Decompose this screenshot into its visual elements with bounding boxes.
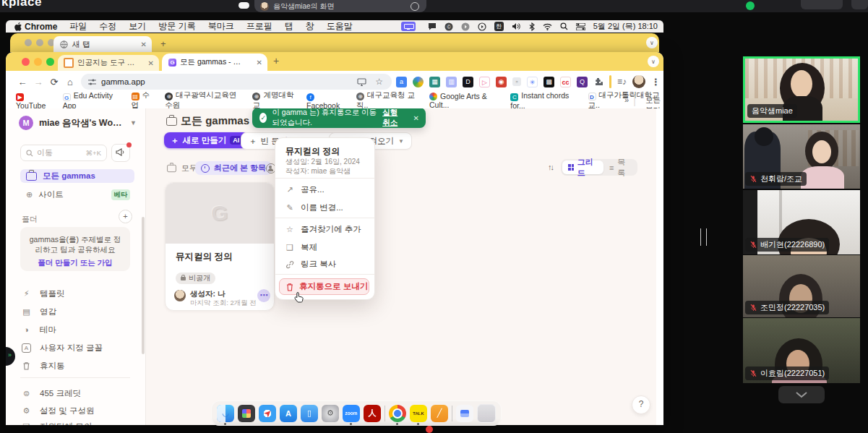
background-browser-window[interactable]: 새 탭 ✕ + ∨ (10, 33, 659, 52)
menu-window[interactable]: 창 (306, 20, 314, 33)
menu-item-duplicate[interactable]: ❑복제 (285, 242, 317, 253)
page-scrollbar[interactable] (656, 108, 663, 425)
participant-tile-2[interactable]: 천휘람/조교 (743, 124, 860, 189)
gamma-card[interactable]: G 뮤지컬의 정의 비공개 생성자: 나 마지막 조회: 2개월 전 ⋯ (165, 182, 275, 311)
menu-item-trash[interactable]: 휴지통으로 보내기 (279, 278, 369, 295)
korean-input-icon[interactable]: 한 (494, 22, 504, 31)
bookmark-edu-activity[interactable]: GEdu Activity App (63, 91, 121, 110)
share-banner-options-icon[interactable] (411, 2, 419, 11)
dock-appstore-icon[interactable]: A (280, 405, 297, 422)
dock-books-icon[interactable]: ▯ (301, 405, 318, 422)
sidebar-item-credits[interactable]: ⊜455 크레딧 (22, 387, 137, 399)
dock-trash-icon[interactable] (477, 404, 496, 423)
ext-qr-icon[interactable]: ▩ (543, 77, 554, 87)
menu-edit[interactable]: 수정 (99, 20, 116, 33)
toast-close-icon[interactable]: ✕ (407, 114, 426, 122)
ext-record-icon[interactable]: ◉ (496, 77, 507, 87)
close-tab-icon[interactable]: ✕ (252, 59, 267, 67)
ext-snowflake-icon[interactable]: ✳ (527, 77, 538, 87)
browser-menu-icon[interactable]: ⋮ (651, 77, 661, 87)
dock-widget-icon[interactable] (456, 405, 473, 422)
sidebar-search[interactable]: 이동 ⌘+K (20, 145, 107, 161)
menu-help[interactable]: 도움말 (327, 20, 353, 33)
volume-icon[interactable] (512, 22, 521, 30)
meeting-control-fragment-2[interactable] (851, 0, 868, 9)
address-bar[interactable]: gamma.app ☆ (81, 74, 392, 90)
sidebar-item-sites[interactable]: ⊕ 사이트 베타 (20, 188, 134, 202)
dock-chrome-icon[interactable] (389, 405, 406, 422)
participant-tile-4[interactable]: 조민정(22227035) (743, 255, 860, 317)
bookmark-star-icon[interactable]: ☆ (375, 77, 383, 87)
zoom-window-button[interactable] (46, 58, 54, 66)
menu-file[interactable]: 파일 (69, 20, 87, 33)
wifi-icon[interactable] (543, 23, 552, 30)
bookmark-daegu-edu[interactable]: ⊕대구광역시교육연수원 (165, 90, 241, 111)
bookmark-sueop[interactable]: ▤수업 (132, 90, 155, 111)
dock-notes-icon[interactable]: ╱ (431, 405, 448, 422)
workspace-switcher[interactable]: M miae 음악샘's Work... ▼ (19, 116, 137, 130)
filter-recent[interactable]: 최근에 본 항목 (195, 161, 272, 175)
participant-tile-1[interactable]: 음악샘miae (743, 56, 860, 123)
bookmark-instant-chords[interactable]: CInstant chords for... (510, 91, 577, 111)
menu-item-share[interactable]: ↗공유... (285, 184, 325, 195)
tab-search-icon[interactable]: ∨ (648, 56, 659, 67)
minimize-window-button[interactable] (34, 58, 42, 66)
sidebar-item-templates[interactable]: ⚡템플릿 (22, 288, 137, 299)
cast-icon[interactable] (357, 78, 366, 86)
bookmarks-overflow-icon[interactable]: » (624, 95, 629, 104)
sidebar-item-custom-fonts[interactable]: A사용자 지정 글꼴 (22, 342, 137, 353)
sidebar-item-inspiration[interactable]: ▤영감 (22, 306, 137, 317)
dock-zoom-icon[interactable]: zoom (343, 405, 360, 422)
control-center-icon[interactable] (576, 23, 585, 30)
tab-gamma[interactable]: G 모든 gammas - Gamma ✕ (162, 53, 267, 71)
menu-item-rename[interactable]: ✎이름 변경... (285, 202, 343, 213)
bookmark-keimyung[interactable]: ⊕계명대학교 (252, 90, 296, 111)
apple-icon[interactable] (14, 22, 22, 31)
close-tab-icon[interactable]: ✕ (136, 40, 152, 48)
new-tab-button[interactable]: + (273, 55, 279, 67)
toast-undo-link[interactable]: 실행 취소 (382, 108, 406, 128)
menu-profiles[interactable]: 프로필 (246, 20, 272, 33)
menu-bookmarks[interactable]: 북마크 (208, 20, 234, 33)
bookmark-youtube[interactable]: ▶YouTube (16, 91, 52, 111)
chat-icon[interactable] (428, 22, 437, 30)
forward-icon[interactable]: → (30, 77, 46, 87)
profile-avatar[interactable] (632, 75, 645, 88)
bookmark-google-arts[interactable]: Google Arts & Cult... (429, 92, 499, 109)
ext-d-icon[interactable]: D (463, 77, 473, 87)
card-more-button[interactable]: ⋯ (257, 289, 270, 302)
bookmark-daegu-office[interactable]: ⊕대구교육청 교직.. (356, 90, 418, 111)
sidebar-item-trash[interactable]: 휴지통 (22, 360, 137, 372)
dock-acrobat-icon[interactable]: 人 (364, 405, 381, 422)
sidebar-item-themes[interactable]: ◑테마 (22, 324, 137, 335)
menu-history[interactable]: 방문 기록 (158, 20, 195, 33)
close-tab-icon[interactable]: ✕ (143, 59, 159, 67)
tune-icon[interactable] (88, 79, 96, 85)
announcements-button[interactable] (111, 144, 130, 162)
card-thumbnail[interactable]: G (166, 183, 274, 244)
dock-finder-icon[interactable]: ◡ (217, 405, 234, 422)
search-icon[interactable] (560, 22, 568, 30)
grid-view-button[interactable]: 그리드 (562, 160, 603, 174)
background-tab-newtab[interactable]: 새 탭 ✕ (53, 36, 152, 52)
sidebar-item-all-gammas[interactable]: 모든 gammas (20, 169, 134, 183)
tab-ai-tools[interactable]: 인공지능 도구 내 수업에 적용하기 ✕ (58, 55, 159, 71)
participant-tile-3[interactable]: 배기현(22226890) (743, 190, 860, 254)
menu-view[interactable]: 보기 (129, 20, 146, 33)
close-window-button[interactable] (22, 58, 30, 66)
ext-teal-icon[interactable]: ▦ (429, 77, 440, 87)
ext-q-icon[interactable]: Q (577, 77, 588, 87)
folder-create-link[interactable]: 폴더 만들기 또는 가입 (20, 258, 130, 268)
play-circle-icon[interactable] (478, 22, 486, 31)
bookmark-facebook[interactable]: fFacebook (306, 91, 345, 111)
help-button[interactable]: ? (632, 395, 650, 414)
panel-resize-handle[interactable] (700, 228, 707, 246)
list-view-button[interactable]: ≡목록 (603, 157, 636, 179)
filter-all[interactable]: 모두 (166, 161, 197, 175)
forward-circle-icon[interactable] (461, 22, 470, 31)
ext-cc-icon[interactable]: cc (560, 77, 571, 87)
home-icon[interactable]: ⌂ (62, 77, 78, 87)
extensions-puzzle-icon[interactable] (593, 77, 603, 87)
create-new-button[interactable]: ＋ 새로 만들기 AI (164, 132, 249, 148)
ext-colorful-icon[interactable] (413, 77, 424, 87)
